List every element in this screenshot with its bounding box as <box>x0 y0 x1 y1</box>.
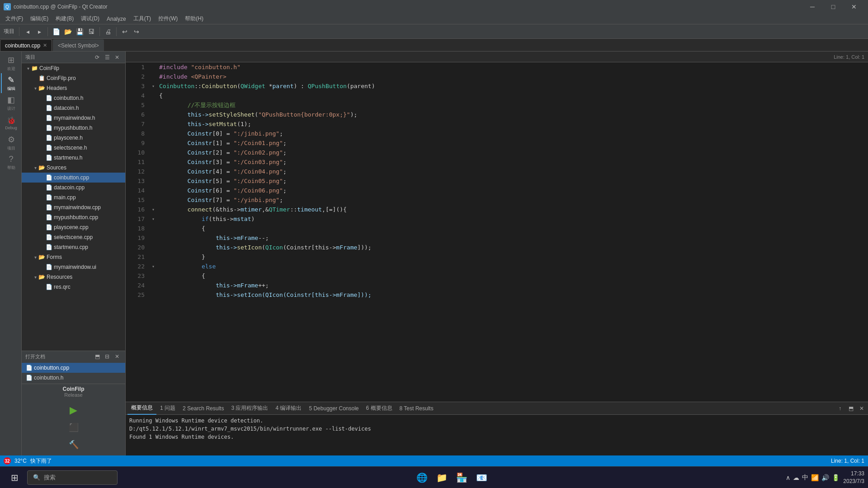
open-docs-close-btn[interactable]: ✕ <box>113 352 122 361</box>
sidebar-item-welcome[interactable]: ⊞ 欢迎 <box>1 53 21 73</box>
menu-file[interactable]: 文件(F) <box>2 14 27 24</box>
output-tab-app[interactable]: 3 应用程序输出 <box>227 402 272 415</box>
taskbar-search[interactable]: 🔍 搜索 <box>27 470 118 485</box>
sidebar-item-project[interactable]: ⚙ 项目 <box>1 133 21 153</box>
panel-sync-btn[interactable]: ⟳ <box>93 53 102 62</box>
tree-mypushbutton-cpp[interactable]: 📄 mypushbutton.cpp <box>22 212 125 222</box>
panel-filter-btn[interactable]: ☰ <box>103 53 112 62</box>
tree-resources-group[interactable]: ▾ 📂 Resources <box>22 272 125 282</box>
output-close-btn[interactable]: ✕ <box>857 404 866 413</box>
tab-select-symbol[interactable]: <Select Symbol> <box>53 39 104 51</box>
toolbar-redo-btn[interactable]: ↪ <box>131 26 142 37</box>
output-tab-tests[interactable]: 8 Test Results <box>396 402 437 415</box>
tray-up-icon[interactable]: ∧ <box>786 474 790 481</box>
fold-arrow-16[interactable] <box>152 205 159 214</box>
tree-arrow-root[interactable]: ▾ <box>25 66 31 71</box>
tree-mymainwindow-cpp[interactable]: 📄 mymainwindow.cpp <box>22 202 125 212</box>
menu-build[interactable]: 构建(B) <box>52 14 77 24</box>
taskbar-app-folder[interactable]: 📁 <box>433 469 451 487</box>
open-docs-float-btn[interactable]: ⬒ <box>93 352 102 361</box>
menu-tools[interactable]: 工具(T) <box>130 14 155 24</box>
sidebar-item-debug[interactable]: 🐞 Debug <box>1 113 21 133</box>
tree-selectscene-cpp[interactable]: 📄 selectscene.cpp <box>22 232 125 242</box>
tab-close-icon[interactable]: ✕ <box>43 42 47 48</box>
maximize-button[interactable]: □ <box>823 0 844 14</box>
build-button[interactable]: 🔨 <box>66 437 81 452</box>
open-doc-coinbutton-cpp[interactable]: 📄 coinbutton.cpp <box>22 363 125 373</box>
output-tab-summary2[interactable]: 6 概要信息 <box>363 402 396 415</box>
editor-header: Line: 1, Col: 1 <box>126 52 868 62</box>
output-tab-issues[interactable]: 1 问题 <box>156 402 179 415</box>
tree-main-cpp[interactable]: 📄 main.cpp <box>22 192 125 202</box>
sidebar-item-design[interactable]: ◧ 设计 <box>1 93 21 113</box>
taskbar-app-mail[interactable]: 📧 <box>472 469 491 487</box>
toolbar-saveall-btn[interactable]: 🖫 <box>86 26 97 37</box>
tree-mymainwindow-ui[interactable]: 📄 mymainwindow.ui <box>22 262 125 272</box>
tree-arrow-forms[interactable]: ▾ <box>33 255 38 260</box>
menu-analyze[interactable]: Analyze <box>103 14 130 24</box>
output-tab-search[interactable]: 2 Search Results <box>179 402 227 415</box>
tree-pro-file[interactable]: 📋 CoinFilp.pro <box>22 73 125 83</box>
code-line-19: this->mFrame--; <box>152 233 864 243</box>
tree-arrow-resources[interactable]: ▾ <box>33 275 38 280</box>
output-tab-debugger[interactable]: 5 Debugger Console <box>305 402 362 415</box>
tray-battery-icon[interactable]: 🔋 <box>832 474 840 481</box>
tree-selectscene-h[interactable]: 📄 selectscene.h <box>22 143 125 153</box>
tree-sources-group[interactable]: ▾ 📂 Sources <box>22 163 125 173</box>
open-docs-tile-btn[interactable]: ⊟ <box>103 352 112 361</box>
fold-arrow-22[interactable] <box>152 262 159 271</box>
tray-cloud-icon[interactable]: ☁ <box>793 474 799 481</box>
tree-mypushbutton-h[interactable]: 📄 mypushbutton.h <box>22 123 125 133</box>
tree-headers-group[interactable]: ▾ 📂 Headers <box>22 83 125 93</box>
tree-datacoin-cpp[interactable]: 📄 datacoin.cpp <box>22 183 125 192</box>
close-button[interactable]: ✕ <box>844 0 864 14</box>
tray-volume-icon[interactable]: 🔊 <box>821 474 829 481</box>
menu-debug[interactable]: 调试(D) <box>77 14 103 24</box>
sidebar-item-help[interactable]: ? 帮助 <box>1 153 21 173</box>
menu-controls[interactable]: 控件(W) <box>155 14 181 24</box>
tree-playscene-cpp[interactable]: 📄 playscene.cpp <box>22 222 125 232</box>
debug-run-button[interactable]: ⬛ <box>66 420 81 435</box>
toolbar-fwd-btn[interactable]: ▸ <box>34 26 45 37</box>
toolbar-save-btn[interactable]: 💾 <box>74 26 85 37</box>
tree-arrow-sources[interactable]: ▾ <box>33 165 38 170</box>
open-doc-coinbutton-h[interactable]: 📄 coinbutton.h <box>22 373 125 383</box>
tray-wifi-icon[interactable]: 📶 <box>811 474 819 481</box>
start-button[interactable]: ⊞ <box>4 467 25 488</box>
tree-arrow-headers[interactable]: ▾ <box>33 86 38 91</box>
tree-playscene-h[interactable]: 📄 playscene.h <box>22 133 125 143</box>
taskbar-clock[interactable]: 17:33 2023/7/3 <box>843 470 864 485</box>
tree-res-qrc[interactable]: 📄 res.qrc <box>22 282 125 292</box>
tray-lang-icon[interactable]: 中 <box>802 474 808 482</box>
taskbar-app-edge[interactable]: 🌐 <box>413 469 431 487</box>
tree-mymainwindow-h[interactable]: 📄 mymainwindow.h <box>22 113 125 123</box>
tab-coinbutton-cpp[interactable]: coinbutton.cpp ✕ <box>0 39 52 51</box>
run-button[interactable]: ▶ <box>66 403 81 418</box>
cpp-icon-7: 📄 <box>45 234 52 240</box>
tree-datacoin-h[interactable]: 📄 datacoin.h <box>22 103 125 113</box>
output-tab-summary[interactable]: 概要信息 <box>127 402 156 415</box>
toolbar-print-btn[interactable]: 🖨 <box>103 26 113 37</box>
panel-close-btn[interactable]: ✕ <box>113 53 122 62</box>
minimize-button[interactable]: ─ <box>802 0 823 14</box>
toolbar-undo-btn[interactable]: ↩ <box>119 26 130 37</box>
output-scroll-up[interactable]: ↑ <box>835 404 844 413</box>
code-editor[interactable]: #include "coinbutton.h"#include <QPainte… <box>148 62 868 402</box>
fold-arrow-3[interactable] <box>152 81 159 91</box>
menu-edit[interactable]: 编辑(E) <box>27 14 52 24</box>
tree-forms-group[interactable]: ▾ 📂 Forms <box>22 252 125 262</box>
toolbar-open-btn[interactable]: 📂 <box>62 26 73 37</box>
tree-coinbutton-h[interactable]: 📄 coinbutton.h <box>22 93 125 103</box>
toolbar-back-btn[interactable]: ◂ <box>22 26 33 37</box>
tree-startmenu-h[interactable]: 📄 startmenu.h <box>22 153 125 163</box>
tree-root[interactable]: ▾ 📁 CoinFilp <box>22 63 125 73</box>
menu-help[interactable]: 帮助(H) <box>181 14 207 24</box>
output-float-btn[interactable]: ⬒ <box>846 404 855 413</box>
output-tab-compile[interactable]: 4 编译输出 <box>272 402 305 415</box>
sidebar-item-edit[interactable]: ✎ 编辑 <box>1 73 21 93</box>
tree-coinbutton-cpp[interactable]: 📄 coinbutton.cpp <box>22 173 125 183</box>
toolbar-new-btn[interactable]: 📄 <box>51 26 61 37</box>
taskbar-app-store[interactable]: 🏪 <box>453 469 471 487</box>
tree-startmenu-cpp[interactable]: 📄 startmenu.cpp <box>22 242 125 252</box>
fold-arrow-17[interactable] <box>152 214 159 224</box>
